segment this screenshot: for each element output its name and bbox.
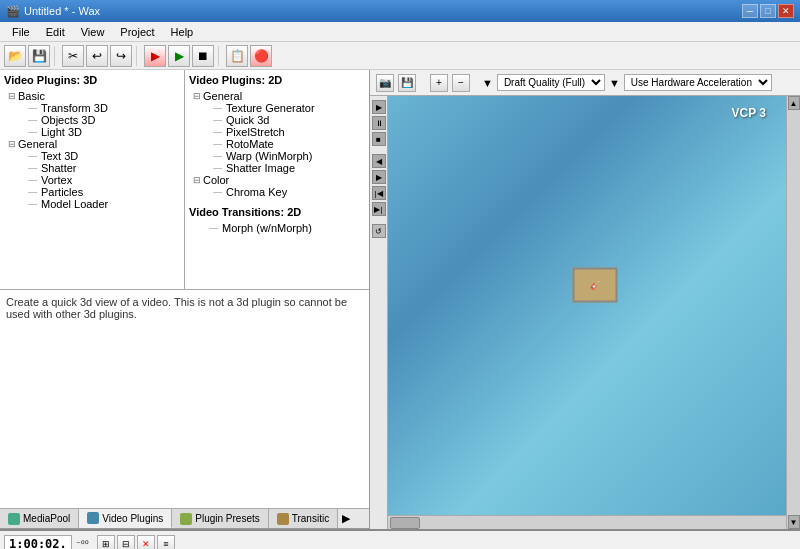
vt-dropdown-arrow: ▼	[482, 77, 493, 89]
tree-leaf-modelloader[interactable]: Model Loader	[8, 198, 180, 210]
tree-group-general2d: General Texture Generator Quick 3d Pixel…	[189, 90, 365, 174]
timeline-zoom-out[interactable]: ⊟	[117, 535, 135, 550]
tree-leaf-transform3d[interactable]: Transform 3D	[8, 102, 180, 114]
tree-group-basic-label[interactable]: Basic	[8, 90, 180, 102]
menu-bar: File Edit View Project Help	[0, 22, 800, 42]
tab-videoplugins[interactable]: Video Plugins	[79, 509, 172, 528]
h-scroll-thumb[interactable]	[390, 517, 420, 529]
video-toolbar: 📷 💾 + − ▼ Draft Quality (Full) ▼ Use Har…	[370, 70, 800, 96]
menu-help[interactable]: Help	[163, 24, 202, 40]
tree-leaf-light3d[interactable]: Light 3D	[8, 126, 180, 138]
tree-leaf-rotomate[interactable]: RotoMate	[193, 138, 365, 150]
acceleration-select[interactable]: Use Hardware Acceleration	[624, 74, 772, 91]
tree-leaf-pixelstretch[interactable]: PixelStretch	[193, 126, 365, 138]
tab-transitions-label: Transitic	[292, 513, 329, 524]
tab-mediapool[interactable]: MediaPool	[0, 509, 79, 528]
timeline-section: 1:00:02. ⁻⁰⁰ ⊞ ⊟ ✕ ≡ 1 XviD.avi 📋 ✕ ▶	[0, 529, 800, 549]
video-controls: ▶ ⏸ ■ ◀ ▶ |◀ ▶| ↺	[370, 96, 388, 529]
vt-zoom-out-btn[interactable]: −	[452, 74, 470, 92]
play-button[interactable]: ▶	[372, 100, 386, 114]
time-display: 1:00:02.	[4, 535, 72, 550]
quality-select[interactable]: Draft Quality (Full)	[497, 74, 605, 91]
save-button[interactable]: 💾	[28, 45, 50, 67]
video-scrollbar-h[interactable]	[388, 515, 786, 529]
render-button[interactable]: ▶	[144, 45, 166, 67]
stop-button[interactable]: ■	[372, 132, 386, 146]
vt-save-btn[interactable]: 💾	[398, 74, 416, 92]
toolbar-separator-2	[136, 46, 140, 66]
export-button[interactable]: 🔴	[250, 45, 272, 67]
tree-group-general3d-label[interactable]: General	[8, 138, 180, 150]
tree-leaf-chromakey[interactable]: Chroma Key	[193, 186, 365, 198]
tree-leaf-objects3d[interactable]: Objects 3D	[8, 114, 180, 126]
redo-button[interactable]: ↪	[110, 45, 132, 67]
vt-dropdown-arrow2: ▼	[609, 77, 620, 89]
pause-button[interactable]: ⏸	[372, 116, 386, 130]
preview-button[interactable]: ▶	[168, 45, 190, 67]
menu-edit[interactable]: Edit	[38, 24, 73, 40]
transitions-2d-title: Video Transitions: 2D	[189, 206, 365, 218]
tree-leaf-particles[interactable]: Particles	[8, 186, 180, 198]
tab-transitions[interactable]: Transitic	[269, 509, 338, 528]
minimize-button[interactable]: ─	[742, 4, 758, 18]
tab-videoplugins-icon	[87, 512, 99, 524]
tree-group-general3d: General Text 3D Shatter Vortex Particles…	[4, 138, 180, 210]
loop-button[interactable]: ↺	[372, 224, 386, 238]
menu-file[interactable]: File	[4, 24, 38, 40]
import-button[interactable]: 📋	[226, 45, 248, 67]
toolbar-separator-3	[218, 46, 222, 66]
plugins-2d-title: Video Plugins: 2D	[189, 74, 365, 86]
menu-project[interactable]: Project	[112, 24, 162, 40]
window-title: Untitled * - Wax	[24, 5, 100, 17]
video-label: VCP 3	[732, 106, 766, 120]
tree-leaf-morphwinmorph[interactable]: Morph (w/nMorph)	[189, 222, 365, 234]
cut-button[interactable]: ✂	[62, 45, 84, 67]
tab-transitions-icon	[277, 513, 289, 525]
tree-leaf-warpwinmorph[interactable]: Warp (WinMorph)	[193, 150, 365, 162]
thumb-icon: 🎸	[590, 280, 600, 289]
tree-group-general2d-label[interactable]: General	[193, 90, 365, 102]
undo-button[interactable]: ↩	[86, 45, 108, 67]
maximize-button[interactable]: □	[760, 4, 776, 18]
rewind-button[interactable]: ◀	[372, 154, 386, 168]
tree-group-color: Color Chroma Key	[189, 174, 365, 198]
tree-leaf-shatterimage[interactable]: Shatter Image	[193, 162, 365, 174]
tree-leaf-shatter3d[interactable]: Shatter	[8, 162, 180, 174]
video-scrollbar-v[interactable]: ▲ ▼	[786, 96, 800, 529]
tab-mediapool-label: MediaPool	[23, 513, 70, 524]
transitions-section: Video Transitions: 2D Morph (w/nMorph)	[189, 206, 365, 234]
scroll-down-arrow[interactable]: ▼	[788, 515, 800, 529]
stop-button[interactable]: ⏹	[192, 45, 214, 67]
menu-view[interactable]: View	[73, 24, 113, 40]
tab-scroll-arrow[interactable]: ▶	[338, 510, 354, 527]
timeline-add-track[interactable]: ≡	[157, 535, 175, 550]
timeline-toolbar: 1:00:02. ⁻⁰⁰ ⊞ ⊟ ✕ ≡	[0, 531, 800, 549]
tab-pluginpresets[interactable]: Plugin Presets	[172, 509, 268, 528]
tree-leaf-texturegenerator[interactable]: Texture Generator	[193, 102, 365, 114]
forward-button[interactable]: ▶	[372, 170, 386, 184]
tab-bar: MediaPool Video Plugins Plugin Presets T…	[0, 509, 369, 529]
main-area: Video Plugins: 3D Basic Transform 3D Obj…	[0, 70, 800, 529]
title-bar: 🎬 Untitled * - Wax ─ □ ✕	[0, 0, 800, 22]
timeline-zoom-in[interactable]: ⊞	[97, 535, 115, 550]
plugins-3d-panel: Video Plugins: 3D Basic Transform 3D Obj…	[0, 70, 185, 289]
tree-group-color-label[interactable]: Color	[193, 174, 365, 186]
close-button[interactable]: ✕	[778, 4, 794, 18]
tab-pluginpresets-icon	[180, 513, 192, 525]
tree-leaf-quick3d[interactable]: Quick 3d	[193, 114, 365, 126]
tree-leaf-vortex[interactable]: Vortex	[8, 174, 180, 186]
next-frame-button[interactable]: ▶|	[372, 202, 386, 216]
description-area: Create a quick 3d view of a video. This …	[0, 290, 369, 509]
tree-leaf-text3d[interactable]: Text 3D	[8, 150, 180, 162]
timeline-delete[interactable]: ✕	[137, 535, 155, 550]
tab-mediapool-icon	[8, 513, 20, 525]
scroll-up-arrow[interactable]: ▲	[788, 96, 800, 110]
vt-zoom-in-btn[interactable]: +	[430, 74, 448, 92]
left-panel: Video Plugins: 3D Basic Transform 3D Obj…	[0, 70, 370, 529]
vt-screenshot-btn[interactable]: 📷	[376, 74, 394, 92]
prev-frame-button[interactable]: |◀	[372, 186, 386, 200]
open-button[interactable]: 📂	[4, 45, 26, 67]
plugins-2d-panel: Video Plugins: 2D General Texture Genera…	[185, 70, 369, 289]
toolbar: 📂 💾 ✂ ↩ ↪ ▶ ▶ ⏹ 📋 🔴	[0, 42, 800, 70]
right-panel: 📷 💾 + − ▼ Draft Quality (Full) ▼ Use Har…	[370, 70, 800, 529]
